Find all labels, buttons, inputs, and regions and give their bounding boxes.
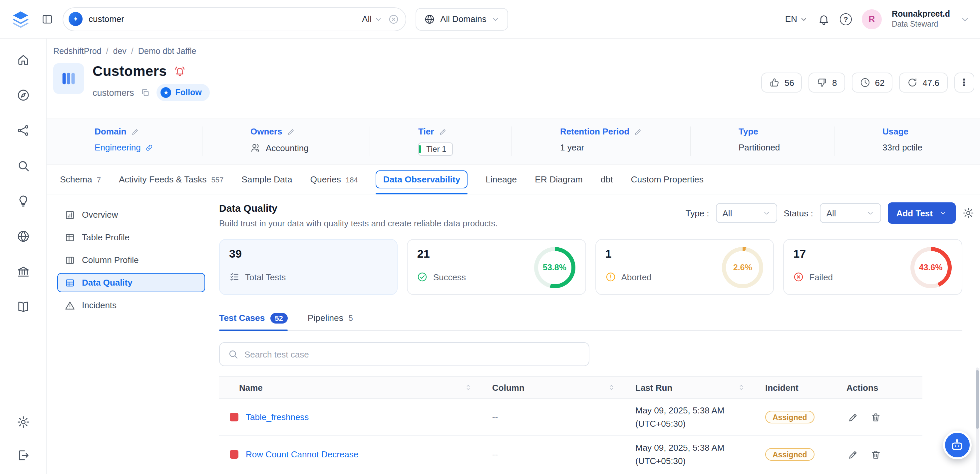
upvote-button[interactable]: 56 <box>761 73 802 92</box>
header-name[interactable]: Name <box>219 377 485 398</box>
logout-icon[interactable] <box>16 449 30 462</box>
sort-icon[interactable] <box>608 383 616 391</box>
subnav-item-incidents[interactable]: Incidents <box>57 296 205 315</box>
tab-custom-properties[interactable]: Custom Properties <box>631 165 704 194</box>
global-search-input[interactable] <box>89 14 356 24</box>
type-value: Partitioned <box>738 142 780 153</box>
header-column[interactable]: Column <box>485 377 629 398</box>
tab-schema[interactable]: Schema7 <box>60 165 101 194</box>
last-run-value: May 09, 2025, 5:38 AM (UTC+05:30) <box>629 436 759 472</box>
alert-bell-icon[interactable] <box>173 65 186 77</box>
type-filter-select[interactable]: All <box>716 203 777 223</box>
success-card: 21 Success 53.8% <box>407 239 586 295</box>
page-title: Customers <box>92 63 167 79</box>
edit-tier-icon[interactable] <box>439 127 447 135</box>
avatar[interactable]: R <box>862 9 882 29</box>
status-failed-square <box>230 450 239 459</box>
test-case-link[interactable]: Table_freshness <box>246 412 309 422</box>
follow-button[interactable]: ★ Follow <box>157 84 210 101</box>
search-scope-select[interactable]: All <box>362 14 382 24</box>
user-menu[interactable]: Rounakpreet.d Data Steward <box>892 9 950 29</box>
test-cases-count-badge: 52 <box>270 313 288 323</box>
aborted-donut: 2.6% <box>722 247 763 288</box>
tab-activity-feeds[interactable]: Activity Feeds & Tasks557 <box>119 165 223 194</box>
notifications-bell-icon[interactable] <box>818 13 830 25</box>
meta-retention: Retention Period 1 year <box>512 126 690 156</box>
edit-retention-icon[interactable] <box>634 127 642 135</box>
settings-gear-icon[interactable] <box>16 415 30 429</box>
breadcrumb-service[interactable]: RedshiftProd <box>53 46 102 56</box>
status-failed-square <box>230 413 239 422</box>
main-content: RedshiftProd / dev / Demo dbt Jaffle Cus… <box>47 39 980 474</box>
column-profile-icon <box>65 254 75 265</box>
table-row: Table_freshness -- May 09, 2025, 5:38 AM… <box>219 399 923 436</box>
tab-sample-data[interactable]: Sample Data <box>242 165 292 194</box>
header-last-run[interactable]: Last Run <box>629 377 759 398</box>
table-profile-icon <box>65 232 75 243</box>
tab-data-observability[interactable]: Data Observability <box>376 165 468 194</box>
user-menu-chevron-icon[interactable] <box>960 14 969 24</box>
add-test-button[interactable]: Add Test <box>888 202 955 224</box>
test-tabs: Test Cases 52 Pipelines 5 <box>219 305 962 331</box>
glossary-book-icon[interactable] <box>16 300 30 313</box>
subnav-item-column-profile[interactable]: Column Profile <box>57 250 205 270</box>
breadcrumb-separator: / <box>131 46 134 56</box>
domains-globe-icon[interactable] <box>16 230 30 243</box>
views-button[interactable]: 62 <box>851 73 892 92</box>
warning-circle-icon <box>605 272 616 282</box>
column-value: -- <box>485 449 629 460</box>
breadcrumb-schema[interactable]: dev <box>113 46 127 56</box>
tab-queries[interactable]: Queries184 <box>310 165 358 194</box>
scrollbar-thumb[interactable] <box>975 370 978 429</box>
edit-owners-icon[interactable] <box>287 127 295 135</box>
lineage-network-icon[interactable] <box>16 124 30 137</box>
dq-settings-gear-icon[interactable] <box>962 207 974 219</box>
subnav-item-data-quality[interactable]: Data Quality <box>57 273 205 292</box>
tab-er-diagram[interactable]: ER Diagram <box>535 165 583 194</box>
domains-filter-button[interactable]: All Domains <box>415 8 509 30</box>
owners-users-icon <box>250 142 261 153</box>
test-case-link[interactable]: Row Count Cannot Decrease <box>246 449 358 460</box>
page-scrollbar <box>975 367 978 474</box>
global-search-bar[interactable]: ✦ All <box>63 7 406 31</box>
govern-bank-icon[interactable] <box>16 265 30 278</box>
x-circle-icon <box>793 272 804 282</box>
copy-icon[interactable] <box>141 88 150 97</box>
edit-domain-icon[interactable] <box>131 127 139 135</box>
search-clear-button[interactable] <box>388 14 399 24</box>
delete-test-icon[interactable] <box>870 449 881 460</box>
edit-test-icon[interactable] <box>848 412 859 422</box>
owners-value[interactable]: Accounting <box>266 143 309 153</box>
delete-test-icon[interactable] <box>870 412 881 422</box>
status-filter-select[interactable]: All <box>820 203 881 223</box>
subnav-item-table-profile[interactable]: Table Profile <box>57 227 205 247</box>
tab-pipelines[interactable]: Pipelines 5 <box>308 305 353 330</box>
tab-test-cases[interactable]: Test Cases 52 <box>219 305 288 330</box>
sidebar-toggle-button[interactable] <box>41 13 53 25</box>
more-options-button[interactable]: ⋮ <box>954 73 974 92</box>
observability-search-icon[interactable] <box>16 159 30 172</box>
home-icon[interactable] <box>16 53 30 67</box>
test-case-search-input[interactable] <box>244 349 581 359</box>
check-circle-icon <box>417 272 428 282</box>
explore-compass-icon[interactable] <box>16 89 30 102</box>
help-icon[interactable]: ? <box>840 13 852 25</box>
tab-dbt[interactable]: dbt <box>601 165 613 194</box>
subnav-item-overview[interactable]: Overview <box>57 205 205 224</box>
test-case-search[interactable] <box>219 342 589 366</box>
chat-assistant-button[interactable] <box>943 431 971 460</box>
sort-icon[interactable] <box>464 383 472 391</box>
section-title: Data Quality <box>219 202 498 214</box>
edit-test-icon[interactable] <box>848 449 859 460</box>
app-logo-icon[interactable] <box>10 8 32 30</box>
tab-lineage[interactable]: Lineage <box>485 165 517 194</box>
section-subtitle: Build trust in your data with quality te… <box>219 218 498 228</box>
domain-value-link[interactable]: Engineering <box>95 142 141 153</box>
header-incident: Incident <box>759 377 840 398</box>
sort-icon[interactable] <box>737 383 745 391</box>
entity-tabs: Schema7 Activity Feeds & Tasks557 Sample… <box>47 165 980 194</box>
downvote-button[interactable]: 8 <box>809 73 845 92</box>
insights-bulb-icon[interactable] <box>16 194 30 208</box>
language-select[interactable]: EN <box>785 14 808 24</box>
score-button[interactable]: 47.6 <box>899 73 947 92</box>
